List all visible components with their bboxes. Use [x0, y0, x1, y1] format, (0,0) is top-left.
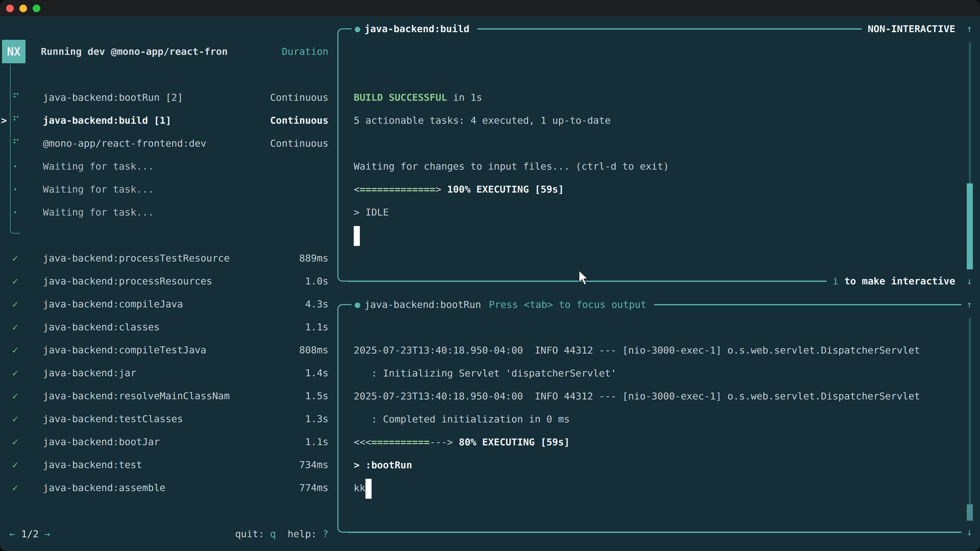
output-panel-bootrun: ● java-backend:bootRun Press <tab> to fo… [337, 304, 975, 533]
terminal-line [354, 40, 958, 63]
footer-rule [348, 532, 961, 533]
bootrun-terminal-output[interactable]: 2025-07-23T13:40:18.950-04:00 INFO 44312… [354, 305, 958, 530]
terminal-text-segment: 2025-07-23T13:40:18.950-04:00 INFO 44312… [354, 345, 920, 356]
terminal-line [354, 224, 958, 247]
build-terminal-output[interactable]: BUILD SUCCESSFUL in 1s5 actionable tasks… [354, 29, 958, 279]
bootrun-scrollbar-track[interactable] [969, 318, 971, 519]
terminal-text-segment: 80% EXECUTING [59s] [453, 437, 570, 448]
terminal-line: > IDLE [354, 201, 958, 224]
terminal-window: NX Running dev @mono-app/react-fron Dura… [0, 0, 980, 551]
terminal-text-segment: > IDLE [354, 206, 389, 218]
interactive-hint-key: i [833, 275, 838, 287]
scroll-down-icon[interactable]: ↓ [961, 270, 975, 292]
terminal-line: Waiting for changes to input files... (c… [354, 155, 958, 178]
terminal-text-segment: ---> [430, 437, 453, 448]
terminal-line [354, 132, 958, 155]
window-titlebar[interactable] [0, 0, 980, 16]
terminal-text-segment: <<< [354, 437, 371, 448]
terminal-text-segment: 100% EXECUTING [59s] [441, 184, 564, 195]
build-panel-footer: i to make interactive ↓ [339, 270, 975, 292]
bootrun-panel-footer: ↓ [339, 521, 975, 544]
terminal-text-segment: ========== [371, 437, 430, 448]
terminal-text-segment: 2025-07-23T13:40:18.950-04:00 INFO 44312… [354, 391, 920, 402]
scroll-up-icon[interactable]: ↑ [961, 293, 975, 316]
output-panel-build: ● java-backend:build NON-INTERACTIVE ↑ B… [337, 28, 975, 282]
terminal-line: : Completed initialization in 0 ms [354, 408, 958, 430]
terminal-text-segment: : Completed initialization in 0 ms [354, 413, 570, 425]
terminal-line: BUILD SUCCESSFUL in 1s [354, 86, 958, 109]
terminal-line: 2025-07-23T13:40:18.950-04:00 INFO 44312… [354, 385, 958, 408]
terminal-text-segment: Waiting for changes to input files... (c… [354, 161, 669, 172]
zoom-window-button[interactable] [33, 5, 40, 12]
terminal-line: <=============> 100% EXECUTING [59s] [354, 178, 958, 201]
minimize-window-button[interactable] [19, 5, 27, 12]
terminal-line [354, 63, 958, 86]
interactive-hint: i to make interactive [827, 270, 961, 292]
nx-tui-app: NX Running dev @mono-app/react-fron Dura… [0, 16, 980, 551]
terminal-line: kk [354, 476, 958, 499]
terminal-line: 5 actionable tasks: 4 executed, 1 up-to-… [354, 109, 958, 132]
terminal-text-segment: > :bootRun [354, 459, 412, 471]
terminal-text-segment: 5 actionable tasks: 4 executed, 1 up-to-… [354, 115, 611, 126]
terminal-line: 2025-07-23T13:40:18.950-04:00 INFO 44312… [354, 339, 958, 362]
text-cursor [354, 226, 360, 246]
close-window-button[interactable] [6, 5, 14, 12]
terminal-text-segment: in 1s [447, 92, 482, 103]
scroll-down-icon[interactable]: ↓ [961, 521, 975, 544]
terminal-text-segment: < [354, 184, 360, 195]
terminal-text-segment: > [435, 184, 441, 195]
terminal-line: <<<==========---> 80% EXECUTING [59s] [354, 430, 958, 454]
terminal-text-segment: : Initializing Servlet 'dispatcherServle… [354, 368, 617, 379]
terminal-line: > :bootRun [354, 454, 958, 476]
terminal-text-segment: ============= [360, 184, 435, 195]
terminal-line [354, 316, 958, 339]
scroll-up-icon[interactable]: ↑ [961, 17, 975, 40]
text-cursor [366, 479, 372, 499]
output-panels: ● java-backend:build NON-INTERACTIVE ↑ B… [0, 16, 980, 551]
mouse-pointer [578, 270, 590, 286]
terminal-text-segment: BUILD SUCCESSFUL [354, 92, 447, 103]
interactive-hint-text: to make interactive [838, 275, 956, 287]
terminal-line: : Initializing Servlet 'dispatcherServle… [354, 362, 958, 385]
terminal-text-segment: kk [354, 483, 366, 494]
build-scrollbar-thumb[interactable] [967, 183, 973, 269]
